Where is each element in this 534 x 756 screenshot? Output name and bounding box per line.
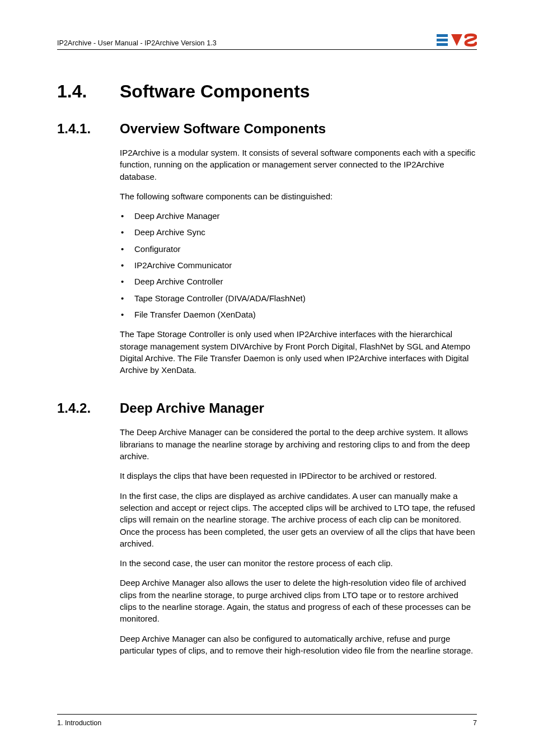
paragraph: It displays the clips that have been req… — [120, 470, 477, 482]
heading-2-title: Overview Software Components — [120, 121, 326, 137]
heading-2-number: 1.4.2. — [57, 400, 120, 416]
list-item: File Transfer Daemon (XenData) — [120, 309, 477, 320]
heading-1-title: Software Components — [120, 81, 310, 102]
paragraph: In the second case, the user can monitor… — [120, 557, 477, 569]
paragraph: IP2Archive is a modular system. It consi… — [120, 147, 477, 183]
heading-2: 1.4.2. Deep Archive Manager — [57, 400, 477, 416]
bullet-list: Deep Archive Manager Deep Archive Sync C… — [120, 210, 477, 320]
svg-rect-0 — [437, 34, 448, 37]
svg-rect-2 — [437, 43, 448, 46]
footer-chapter: 1. Introduction — [57, 719, 101, 727]
list-item: Tape Storage Controller (DIVA/ADA/FlashN… — [120, 292, 477, 304]
list-item: Deep Archive Manager — [120, 210, 477, 222]
paragraph: Deep Archive Manager can also be configu… — [120, 633, 477, 657]
list-item: Deep Archive Sync — [120, 226, 477, 238]
svg-marker-3 — [451, 34, 462, 46]
heading-1-number: 1.4. — [57, 81, 120, 102]
paragraph: The following software components can be… — [120, 190, 477, 202]
paragraph: The Deep Archive Manager can be consider… — [120, 426, 477, 462]
paragraph: The Tape Storage Controller is only used… — [120, 328, 477, 376]
section-body: The Deep Archive Manager can be consider… — [120, 426, 477, 656]
heading-2: 1.4.1. Overview Software Components — [57, 121, 477, 137]
section-body: IP2Archive is a modular system. It consi… — [120, 147, 477, 376]
footer-page-number: 7 — [473, 719, 477, 727]
evs-logo-icon — [437, 32, 477, 47]
running-header: IP2Archive - User Manual - IP2Archive Ve… — [57, 32, 477, 50]
paragraph: Deep Archive Manager also allows the use… — [120, 577, 477, 624]
svg-rect-1 — [437, 39, 448, 41]
page: IP2Archive - User Manual - IP2Archive Ve… — [0, 0, 534, 756]
list-item: Configurator — [120, 243, 477, 255]
content-area: 1.4. Software Components 1.4.1. Overview… — [57, 50, 477, 656]
list-item: IP2Archive Communicator — [120, 259, 477, 271]
footer: 1. Introduction 7 — [57, 714, 477, 727]
paragraph: In the first case, the clips are display… — [120, 490, 477, 549]
running-header-text: IP2Archive - User Manual - IP2Archive Ve… — [57, 39, 217, 47]
list-item: Deep Archive Controller — [120, 276, 477, 287]
heading-2-number: 1.4.1. — [57, 121, 120, 137]
heading-1: 1.4. Software Components — [57, 81, 477, 102]
heading-2-title: Deep Archive Manager — [120, 400, 264, 416]
